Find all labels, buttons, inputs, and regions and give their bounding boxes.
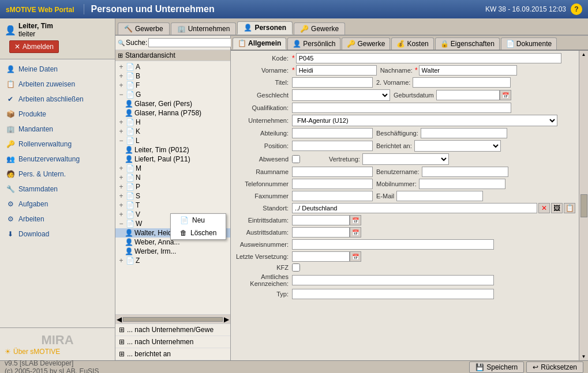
- tree-node-A[interactable]: + 📄 A: [115, 62, 230, 71]
- kode-input[interactable]: [296, 53, 561, 63]
- tree-node-leiter-tim[interactable]: 👤 Leiter, Tim (P012): [115, 145, 230, 155]
- sidebar-item-rollenverwaltung[interactable]: 🔑 Rollenverwaltung: [0, 137, 115, 152]
- sidebar-item-mandanten[interactable]: 🏢 Mandanten: [0, 122, 115, 137]
- tree-node-Z[interactable]: + 📄 Z: [115, 256, 230, 265]
- sidebar-item-meine-daten[interactable]: 👤 Meine Daten: [0, 62, 115, 77]
- tree-node-H[interactable]: + 📄 H: [115, 118, 230, 127]
- scroll-down-icon[interactable]: ▼: [582, 354, 586, 359]
- unternehmen-select[interactable]: FM-Agentur (U12): [292, 115, 557, 126]
- tree-node-S[interactable]: + 📄 S: [115, 191, 230, 201]
- tree-horizontal-scrollbar[interactable]: ◀ ▶: [115, 314, 230, 323]
- expand-N[interactable]: +: [118, 174, 125, 182]
- abwesend-checkbox[interactable]: [292, 155, 300, 163]
- tab-gewerke[interactable]: 🔑 Gewerke: [294, 22, 345, 35]
- tree-node-glaser-geri[interactable]: 👤 Glaser, Geri (Pers): [115, 99, 230, 108]
- expand-A[interactable]: +: [118, 63, 125, 71]
- fax-input[interactable]: [292, 191, 373, 201]
- save-button[interactable]: 💾 Speichern: [469, 361, 524, 373]
- standort-image-btn[interactable]: 🖼: [551, 203, 563, 213]
- ctx-loeschen[interactable]: 🗑 Löschen: [171, 227, 226, 239]
- sub-tab-persoenlich[interactable]: 👤 Persönlich: [287, 37, 340, 50]
- sub-tab-eigenschaften[interactable]: 🔒 Eigenschaften: [435, 37, 500, 50]
- sub-tab-kosten[interactable]: 💰 Kosten: [391, 37, 433, 50]
- tab-personen[interactable]: 👤 Personen: [237, 21, 293, 35]
- expand-L[interactable]: −: [118, 137, 125, 145]
- ctx-neu[interactable]: 📄 Neu: [171, 214, 226, 227]
- tree-node-L[interactable]: − 📄 L: [115, 136, 230, 145]
- sub-tab-gewerke[interactable]: 🔑 Gewerke: [342, 37, 390, 50]
- raumname-input[interactable]: [292, 167, 373, 177]
- expand-K[interactable]: +: [118, 127, 125, 135]
- geburtsdatum-input[interactable]: [436, 90, 500, 100]
- tree-node-N[interactable]: + 📄 N: [115, 173, 230, 182]
- expand-W[interactable]: −: [118, 220, 125, 228]
- reset-button[interactable]: ↩ Rücksetzen: [526, 361, 583, 373]
- versetzung-calendar-btn[interactable]: 📅: [350, 251, 361, 262]
- mobil-input[interactable]: [419, 179, 505, 189]
- expand-T[interactable]: +: [118, 201, 125, 209]
- tree-node-T[interactable]: + 📄 T: [115, 201, 230, 210]
- search-input[interactable]: [148, 38, 234, 47]
- sub-tab-dokumente[interactable]: 📄 Dokumente: [501, 37, 557, 50]
- expand-H[interactable]: +: [118, 118, 125, 126]
- eintritt-calendar-btn[interactable]: 📅: [350, 215, 361, 225]
- kfz-checkbox[interactable]: [292, 263, 300, 272]
- help-button[interactable]: ?: [571, 3, 582, 15]
- tree-node-werber-irm[interactable]: 👤 Werber, Irm...: [115, 247, 230, 256]
- zweiter-vorname-input[interactable]: [413, 77, 511, 88]
- scroll-up-icon[interactable]: ▲: [582, 52, 586, 57]
- expand-V[interactable]: +: [118, 210, 125, 218]
- sidebar-item-produkte[interactable]: 📦 Produkte: [0, 107, 115, 122]
- berichtet-an-select[interactable]: [414, 140, 501, 152]
- sidebar-item-benutzerverwaltung[interactable]: 👥 Benutzerverwaltung: [0, 152, 115, 167]
- standort-copy-btn[interactable]: 📋: [564, 203, 575, 213]
- expand-M[interactable]: +: [118, 164, 125, 172]
- sidebar-item-arbeiten-zuweisen[interactable]: 📋 Arbeiten zuweisen: [0, 77, 115, 92]
- sidebar-item-stammdaten[interactable]: 🔧 Stammdaten: [0, 182, 115, 197]
- versetzung-input[interactable]: [292, 251, 350, 262]
- position-input[interactable]: [292, 141, 373, 151]
- sidebar-item-arbeiten-abschliessen[interactable]: ✔ Arbeiten abschließen: [0, 92, 115, 107]
- expand-F[interactable]: +: [118, 81, 125, 89]
- austritt-calendar-btn[interactable]: 📅: [350, 227, 361, 238]
- benutzername-input[interactable]: [422, 167, 508, 177]
- tree-node-glaser-hanna[interactable]: 👤 Glaser, Hanna (P758): [115, 108, 230, 118]
- qualifikation-input[interactable]: [292, 103, 511, 113]
- sidebar-item-arbeiten[interactable]: ⚙ Arbeiten: [0, 212, 115, 227]
- sub-tab-allgemein[interactable]: 📋 Allgemein: [233, 37, 286, 50]
- ausweis-input[interactable]: [292, 239, 494, 250]
- vorname-input[interactable]: [296, 65, 377, 76]
- titel-input[interactable]: [292, 77, 373, 88]
- kennzeichen-input[interactable]: [292, 275, 494, 285]
- form-vertical-scrollbar[interactable]: ▲ ▼: [579, 51, 588, 360]
- tree-node-F[interactable]: + 📄 F: [115, 81, 230, 90]
- about-smotive[interactable]: ☀ Über sMOTIVE: [5, 348, 110, 356]
- expand-B[interactable]: +: [118, 72, 125, 80]
- tree-btn-nach-unternehmen[interactable]: ⊞ ... nach Unternehmen: [115, 336, 230, 348]
- email-input[interactable]: [396, 191, 483, 201]
- vertretung-select[interactable]: [362, 153, 449, 165]
- tree-node-liefert-paul[interactable]: 👤 Liefert, Paul (P11): [115, 155, 230, 164]
- geburtsdatum-calendar-btn[interactable]: 📅: [500, 90, 511, 100]
- nachname-input[interactable]: [419, 65, 517, 76]
- expand-P[interactable]: +: [118, 183, 125, 191]
- tree-node-M[interactable]: + 📄 M: [115, 164, 230, 173]
- tree-node-G[interactable]: − 📄 G: [115, 90, 230, 99]
- telefon-input[interactable]: [292, 179, 373, 189]
- standort-delete-btn[interactable]: ✕: [538, 203, 550, 213]
- expand-S[interactable]: +: [118, 192, 125, 200]
- expand-Z[interactable]: +: [118, 257, 125, 265]
- logout-button[interactable]: ✕ Abmelden: [9, 40, 59, 53]
- scroll-left-icon[interactable]: ◀: [117, 315, 122, 323]
- tree-btn-berichtet-an[interactable]: ⊞ ... berichtet an: [115, 348, 230, 360]
- tree-node-B[interactable]: + 📄 B: [115, 71, 230, 81]
- expand-G[interactable]: −: [118, 91, 125, 99]
- sidebar-item-pers-untern[interactable]: 🧑 Pers. & Untern.: [0, 167, 115, 182]
- eintritt-input[interactable]: [292, 215, 350, 225]
- beschaeftigung-input[interactable]: [421, 128, 507, 138]
- standort-input[interactable]: [292, 203, 537, 213]
- tab-gewerbe[interactable]: 🔨 Gewerbe: [118, 22, 170, 35]
- tree-btn-nach-unternehmen-gewe[interactable]: ⊞ ... nach Unternehmen/Gewe: [115, 324, 230, 336]
- sidebar-item-download[interactable]: ⬇ Download: [0, 227, 115, 242]
- austritt-input[interactable]: [292, 227, 350, 238]
